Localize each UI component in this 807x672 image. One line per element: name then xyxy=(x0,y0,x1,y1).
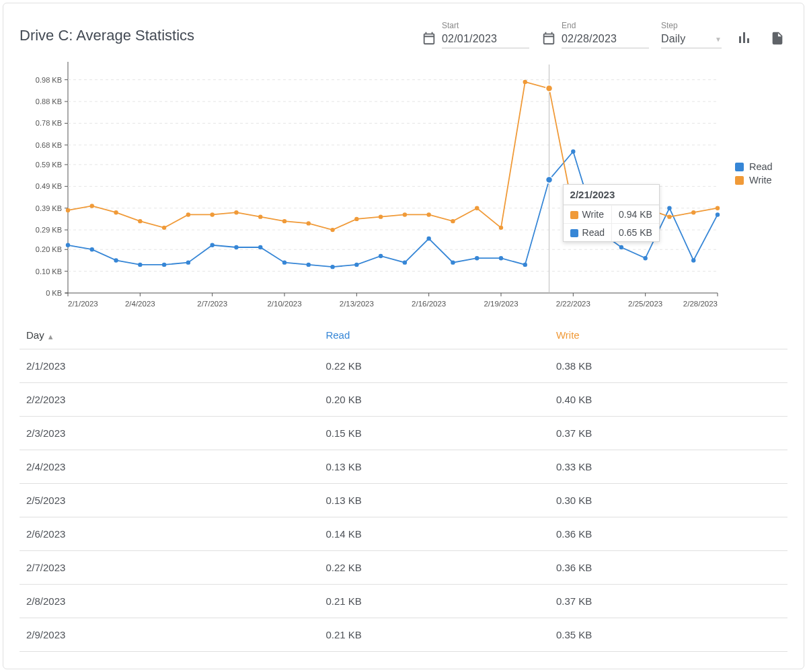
svg-point-85 xyxy=(90,204,94,208)
chevron-down-icon: ▼ xyxy=(705,36,722,43)
svg-point-63 xyxy=(234,245,238,249)
cell-day: 2/9/2023 xyxy=(20,618,319,652)
export-button[interactable] xyxy=(767,27,787,48)
cell-read: 0.14 KB xyxy=(319,517,549,551)
step-value[interactable]: Daily ▼ xyxy=(661,30,722,48)
svg-text:0 KB: 0 KB xyxy=(46,289,62,297)
column-header-day[interactable]: Day▲ xyxy=(20,321,319,349)
page-title: Drive C: Average Statistics xyxy=(20,27,410,48)
svg-point-58 xyxy=(114,258,118,262)
cell-read: 0.21 KB xyxy=(319,585,549,618)
table-row[interactable]: 2/3/20230.15 KB0.37 KB xyxy=(20,417,787,450)
legend-item-read[interactable]: Read xyxy=(735,161,773,172)
svg-point-102 xyxy=(499,226,503,230)
svg-point-70 xyxy=(403,260,407,264)
svg-point-72 xyxy=(451,260,455,264)
svg-point-89 xyxy=(186,212,190,216)
write-swatch xyxy=(735,176,744,185)
table-row[interactable]: 2/2/20230.20 KB0.40 KB xyxy=(20,383,787,417)
svg-text:2/4/2023: 2/4/2023 xyxy=(125,300,155,308)
svg-text:2/13/2023: 2/13/2023 xyxy=(340,300,374,308)
table-row[interactable]: 2/6/20230.14 KB0.36 KB xyxy=(20,517,787,551)
cell-day: 2/6/2023 xyxy=(20,517,319,551)
svg-text:2/1/2023: 2/1/2023 xyxy=(68,300,98,308)
svg-text:0.68 KB: 0.68 KB xyxy=(36,141,62,149)
svg-text:0.49 KB: 0.49 KB xyxy=(36,182,62,190)
read-swatch xyxy=(735,163,744,171)
svg-text:2/16/2023: 2/16/2023 xyxy=(412,300,446,308)
svg-point-97 xyxy=(379,214,383,218)
svg-text:2/19/2023: 2/19/2023 xyxy=(484,300,518,308)
svg-point-60 xyxy=(162,263,166,267)
cell-write: 0.40 KB xyxy=(549,383,787,417)
card-header: Drive C: Average Statistics Start 02/01/… xyxy=(20,17,787,48)
start-date-field[interactable]: Start 02/01/2023 xyxy=(422,21,529,48)
svg-point-96 xyxy=(354,217,358,221)
svg-text:2/25/2023: 2/25/2023 xyxy=(628,300,662,308)
svg-text:0.78 KB: 0.78 KB xyxy=(36,119,62,127)
legend-item-write[interactable]: Write xyxy=(735,175,773,185)
table-row[interactable]: 2/4/20230.13 KB0.33 KB xyxy=(20,450,787,484)
svg-point-92 xyxy=(258,214,262,218)
cell-write: 0.30 KB xyxy=(549,484,787,517)
cell-write: 0.37 KB xyxy=(549,417,787,450)
cell-read: 0.20 KB xyxy=(319,383,549,417)
table-row[interactable]: 2/8/20230.21 KB0.37 KB xyxy=(20,585,787,618)
svg-point-73 xyxy=(475,256,479,260)
cell-day: 2/3/2023 xyxy=(20,417,319,450)
end-date-value[interactable]: 02/28/2023 xyxy=(562,30,649,48)
svg-text:2/28/2023: 2/28/2023 xyxy=(683,300,718,308)
svg-point-101 xyxy=(475,206,479,210)
svg-text:2/10/2023: 2/10/2023 xyxy=(267,300,301,308)
tooltip-row-read: Read 0.65 KB xyxy=(564,223,659,241)
chart-legend: Read Write xyxy=(724,56,773,188)
svg-point-95 xyxy=(330,228,334,232)
svg-point-61 xyxy=(186,260,190,264)
svg-point-79 xyxy=(619,245,623,249)
svg-point-68 xyxy=(354,263,358,267)
svg-point-75 xyxy=(523,263,527,267)
cell-read: 0.22 KB xyxy=(319,349,549,383)
bar-chart-toggle-button[interactable] xyxy=(734,26,755,48)
svg-point-94 xyxy=(307,221,311,225)
write-swatch-icon xyxy=(570,211,578,219)
svg-point-91 xyxy=(234,210,238,214)
column-header-read[interactable]: Read xyxy=(319,321,549,349)
svg-text:0.59 KB: 0.59 KB xyxy=(36,161,62,169)
svg-point-83 xyxy=(716,212,720,216)
svg-point-71 xyxy=(426,237,430,241)
sort-icon: ▲ xyxy=(47,333,54,341)
svg-point-110 xyxy=(691,210,695,214)
table-row[interactable]: 2/7/20230.22 KB0.36 KB xyxy=(20,551,787,585)
cell-read: 0.13 KB xyxy=(319,484,549,517)
svg-point-56 xyxy=(66,243,70,247)
table-row[interactable]: 2/1/20230.22 KB0.38 KB xyxy=(20,349,787,383)
svg-point-64 xyxy=(258,245,262,249)
column-header-write[interactable]: Write xyxy=(549,321,787,349)
cell-read: 0.15 KB xyxy=(319,417,549,450)
svg-text:0.39 KB: 0.39 KB xyxy=(36,204,62,212)
end-date-label: End xyxy=(562,21,649,30)
svg-point-77 xyxy=(571,149,575,153)
step-field[interactable]: Step Daily ▼ xyxy=(661,21,722,48)
svg-point-81 xyxy=(667,206,671,210)
cell-read: 0.22 KB xyxy=(319,551,549,585)
svg-point-80 xyxy=(643,256,647,260)
statistics-table: Day▲ Read Write 2/1/20230.22 KB0.38 KB2/… xyxy=(20,321,787,652)
start-date-value[interactable]: 02/01/2023 xyxy=(442,30,529,48)
svg-point-69 xyxy=(379,254,383,258)
read-swatch-icon xyxy=(570,229,578,237)
calendar-icon xyxy=(422,31,436,48)
table-row[interactable]: 2/5/20230.13 KB0.30 KB xyxy=(20,484,787,517)
end-date-field[interactable]: End 02/28/2023 xyxy=(541,21,649,48)
step-label: Step xyxy=(661,21,722,30)
cell-day: 2/4/2023 xyxy=(20,450,319,484)
svg-point-109 xyxy=(667,214,671,218)
cell-day: 2/8/2023 xyxy=(20,585,319,618)
chart-tooltip: 2/21/2023 Write 0.94 KB Read 0.65 KB xyxy=(563,184,660,242)
svg-point-62 xyxy=(210,243,214,247)
cell-day: 2/1/2023 xyxy=(20,349,319,383)
svg-text:0.98 KB: 0.98 KB xyxy=(36,76,62,84)
table-row[interactable]: 2/9/20230.21 KB0.35 KB xyxy=(20,618,787,652)
svg-text:0.20 KB: 0.20 KB xyxy=(36,245,62,253)
